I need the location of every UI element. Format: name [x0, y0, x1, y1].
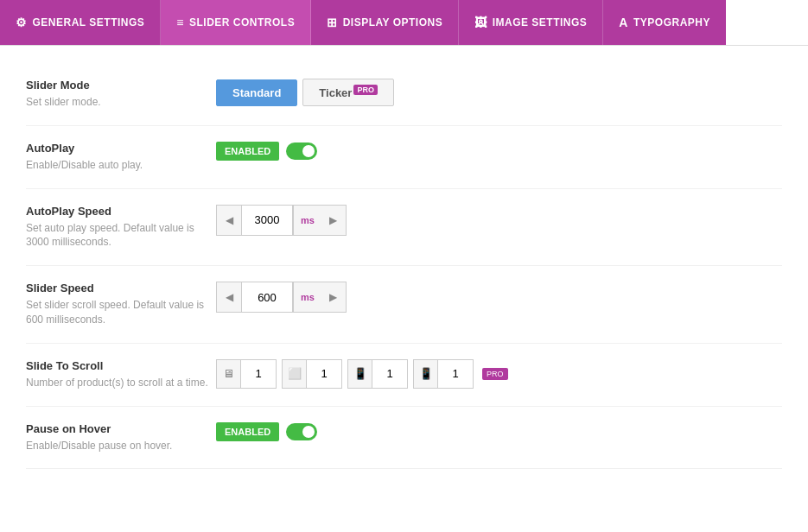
slider-speed-input[interactable] [241, 282, 293, 312]
gear-icon: ⚙ [16, 16, 28, 29]
pause-on-hover-desc: Enable/Disable pause on hover. [26, 439, 216, 453]
autoplay-speed-control: ◀ ms ▶ [216, 205, 782, 236]
pause-on-hover-toggle-label: ENABLED [216, 422, 279, 441]
mobile-scroll-input[interactable] [372, 360, 407, 388]
mobile-input-group: 📱 [347, 359, 408, 389]
tablet-scroll-input[interactable] [307, 360, 341, 388]
slider-mode-label: Slider Mode [26, 79, 216, 92]
tab-slider-label: SLIDER CONTROLS [189, 16, 295, 28]
slide-to-scroll-row: Slide To Scroll Number of product(s) to … [26, 344, 782, 407]
autoplay-label-col: AutoPlay Enable/Disable auto play. [26, 142, 216, 173]
tab-image[interactable]: 🖼 IMAGE SETTINGS [459, 0, 603, 45]
slide-to-scroll-pro-badge: PRO [482, 368, 508, 380]
autoplay-speed-label-col: AutoPlay Speed Set auto play speed. Defa… [26, 205, 216, 250]
autoplay-speed-label: AutoPlay Speed [26, 205, 216, 218]
tab-general-label: GENERAL SETTINGS [33, 16, 145, 28]
autoplay-speed-increment[interactable]: ▶ [321, 206, 346, 235]
slider-speed-label-col: Slider Speed Set slider scroll speed. De… [26, 282, 216, 327]
slider-speed-increment[interactable]: ▶ [321, 282, 346, 312]
slide-to-scroll-desc: Number of product(s) to scroll at a time… [26, 376, 216, 390]
autoplay-desc: Enable/Disable auto play. [26, 158, 216, 173]
tab-typography-label: TYPOGRAPHY [633, 16, 710, 28]
desktop-input-group: 🖥 [216, 359, 277, 389]
slider-speed-desc: Set slider scroll speed. Default value i… [26, 298, 216, 327]
slide-to-scroll-label-col: Slide To Scroll Number of product(s) to … [26, 359, 216, 390]
slider-speed-row: Slider Speed Set slider scroll speed. De… [26, 266, 782, 344]
slider-speed-unit: ms [293, 282, 321, 312]
pause-on-hover-row: Pause on Hover Enable/Disable pause on h… [26, 407, 782, 470]
autoplay-row: AutoPlay Enable/Disable auto play. ENABL… [26, 126, 782, 189]
tab-general[interactable]: ⚙ GENERAL SETTINGS [0, 0, 161, 45]
slider-mode-row: Slider Mode Set slider mode. Standard Ti… [26, 63, 782, 126]
autoplay-label: AutoPlay [26, 142, 216, 155]
slide-to-scroll-label: Slide To Scroll [26, 359, 216, 372]
autoplay-speed-desc: Set auto play speed. Default value is 30… [26, 221, 216, 250]
desktop-scroll-input[interactable] [241, 360, 276, 388]
tab-display-label: DISPLAY OPTIONS [343, 16, 443, 28]
pause-on-hover-label-col: Pause on Hover Enable/Disable pause on h… [26, 422, 216, 453]
autoplay-control: ENABLED [216, 142, 782, 161]
pause-on-hover-toggle-container: ENABLED [216, 422, 317, 441]
tab-typography[interactable]: A TYPOGRAPHY [603, 0, 726, 45]
autoplay-toggle-container: ENABLED [216, 142, 317, 161]
autoplay-speed-input-group: ◀ ms ▶ [216, 205, 347, 236]
autoplay-toggle-label: ENABLED [216, 142, 279, 161]
small-mobile-scroll-input[interactable] [438, 360, 473, 388]
grid-icon: ⊞ [327, 16, 338, 29]
settings-content: Slider Mode Set slider mode. Standard Ti… [0, 46, 808, 486]
standard-mode-button[interactable]: Standard [216, 79, 297, 106]
ticker-label: Ticker [319, 86, 352, 99]
slider-mode-control: Standard TickerPRO [216, 79, 782, 106]
device-inputs: 🖥 ⬜ 📱 📱 PRO [216, 359, 508, 389]
slider-speed-label: Slider Speed [26, 282, 216, 294]
tab-bar: ⚙ GENERAL SETTINGS ≡ SLIDER CONTROLS ⊞ D… [0, 0, 808, 46]
image-icon: 🖼 [474, 16, 487, 29]
autoplay-speed-unit: ms [293, 206, 321, 235]
tab-display[interactable]: ⊞ DISPLAY OPTIONS [311, 0, 459, 45]
pause-on-hover-toggle[interactable] [286, 423, 317, 440]
tab-slider[interactable]: ≡ SLIDER CONTROLS [161, 0, 311, 45]
tab-image-label: IMAGE SETTINGS [493, 16, 588, 28]
typography-icon: A [619, 16, 628, 29]
sliders-icon: ≡ [176, 16, 184, 29]
slider-speed-control: ◀ ms ▶ [216, 282, 782, 313]
ticker-pro-badge: PRO [353, 85, 378, 95]
slider-mode-label-col: Slider Mode Set slider mode. [26, 79, 216, 110]
autoplay-toggle[interactable] [286, 142, 317, 160]
autoplay-speed-decrement[interactable]: ◀ [217, 206, 241, 235]
autoplay-speed-input[interactable] [241, 206, 293, 235]
tablet-icon: ⬜ [283, 360, 307, 388]
slider-speed-input-group: ◀ ms ▶ [216, 282, 347, 313]
small-mobile-icon: 📱 [414, 360, 438, 388]
desktop-icon: 🖥 [217, 360, 241, 388]
autoplay-speed-row: AutoPlay Speed Set auto play speed. Defa… [26, 189, 782, 267]
small-mobile-input-group: 📱 [413, 359, 474, 389]
slider-speed-decrement[interactable]: ◀ [217, 282, 241, 312]
ticker-mode-button[interactable]: TickerPRO [302, 79, 394, 106]
mobile-icon: 📱 [348, 360, 372, 388]
slide-to-scroll-control: 🖥 ⬜ 📱 📱 PRO [216, 359, 782, 389]
tablet-input-group: ⬜ [282, 359, 342, 389]
slider-mode-desc: Set slider mode. [26, 95, 216, 110]
pause-on-hover-control: ENABLED [216, 422, 782, 441]
pause-on-hover-label: Pause on Hover [26, 422, 216, 435]
